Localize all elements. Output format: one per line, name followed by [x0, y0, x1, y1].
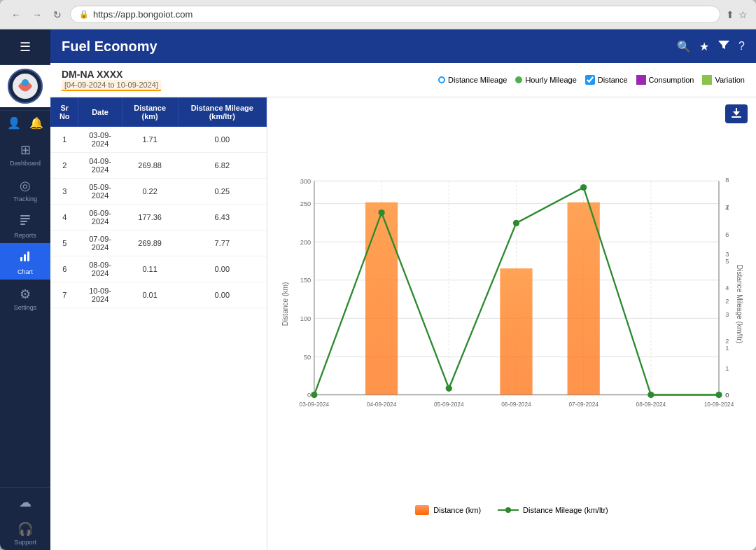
- svg-text:0: 0: [307, 392, 311, 399]
- search-button[interactable]: 🔍: [677, 40, 691, 53]
- logo-image: [8, 69, 43, 104]
- sidebar-item-upload[interactable]: ☁: [0, 488, 50, 514]
- cell-distance: 177.36: [122, 205, 178, 231]
- cell-mileage: 0.00: [178, 256, 266, 282]
- table-row: 1 03-09-2024 1.71 0.00: [51, 127, 267, 153]
- reload-button[interactable]: ↻: [50, 8, 64, 22]
- svg-text:6: 6: [725, 231, 729, 238]
- bar-04-09: [365, 202, 398, 395]
- legend-consumption: Consumption: [636, 75, 694, 85]
- app-container: ☰ 👤 🔔: [0, 29, 756, 550]
- chart-svg-wrapper: Distance (km) Distance Mileage (km/ltr) …: [279, 106, 745, 502]
- svg-text:07-09-2024: 07-09-2024: [568, 401, 598, 408]
- cell-mileage: 6.43: [178, 205, 266, 231]
- svg-text:1: 1: [725, 365, 729, 372]
- help-button[interactable]: ?: [738, 40, 745, 53]
- sidebar-item-support[interactable]: 🎧 Support: [0, 514, 50, 550]
- sidebar-item-tracking[interactable]: ◎ Tracking: [0, 171, 50, 207]
- legend-checkbox-distance[interactable]: [585, 75, 595, 85]
- cell-mileage: 0.00: [178, 127, 266, 153]
- sidebar-item-reports-label: Reports: [14, 232, 36, 239]
- svg-point-57: [505, 507, 511, 513]
- sidebar-item-settings[interactable]: ⚙ Settings: [0, 280, 50, 315]
- legend-box-variation: [702, 75, 712, 85]
- notifications-button[interactable]: 🔔: [29, 116, 43, 130]
- chart-legend-header: Distance Mileage Hourly Mileage Distance: [438, 75, 745, 85]
- svg-text:Distance (km): Distance (km): [281, 282, 289, 326]
- sidebar-user-section: 👤 🔔: [0, 110, 50, 135]
- browser-window: ← → ↻ 🔒 https://app.bongoiot.com ⬆ ☆ ☰: [0, 0, 756, 550]
- browser-chrome: ← → ↻ 🔒 https://app.bongoiot.com ⬆ ☆: [0, 0, 756, 29]
- forward-button[interactable]: →: [29, 8, 45, 22]
- top-bar-actions: 🔍 ★ ?: [677, 39, 745, 54]
- col-header-date: Date: [78, 98, 122, 127]
- cell-sr: 3: [51, 179, 78, 205]
- main-content: Fuel Economy 🔍 ★ ? DM-NA: [50, 29, 756, 550]
- cell-date: 10-09-2024: [78, 282, 122, 308]
- support-icon: 🎧: [18, 521, 33, 537]
- filter-button[interactable]: [718, 39, 730, 54]
- svg-text:05-09-2024: 05-09-2024: [434, 401, 464, 408]
- legend-label-variation: Variation: [715, 76, 745, 84]
- cell-sr: 5: [51, 231, 78, 256]
- fuel-economy-table: Sr No Date Distance (km) Distance Mileag…: [50, 97, 267, 308]
- user-profile-button[interactable]: 👤: [7, 116, 21, 130]
- svg-text:10-09-2024: 10-09-2024: [704, 401, 734, 408]
- content-area: DM-NA XXXX [04-09-2024 to 10-09-2024] Di…: [50, 63, 756, 550]
- table-row: 2 04-09-2024 269.88 6.82: [51, 153, 267, 179]
- line-dot-06: [513, 220, 519, 226]
- sidebar-item-reports[interactable]: Reports: [0, 207, 50, 243]
- col-header-sr: Sr No: [51, 98, 78, 127]
- svg-text:04-09-2024: 04-09-2024: [367, 401, 397, 408]
- cell-date: 06-09-2024: [78, 205, 122, 231]
- legend-label-hourly-mileage: Hourly Mileage: [525, 76, 576, 84]
- line-dot-07: [580, 184, 587, 191]
- svg-text:2: 2: [725, 298, 729, 305]
- cell-sr: 7: [51, 282, 78, 308]
- svg-text:1: 1: [725, 345, 729, 352]
- sidebar-bottom: ☁ 🎧 Support: [0, 487, 50, 550]
- vehicle-header: DM-NA XXXX [04-09-2024 to 10-09-2024] Di…: [50, 63, 756, 97]
- cell-sr: 1: [51, 127, 78, 153]
- svg-text:Distance Mileage (km/ltr): Distance Mileage (km/ltr): [736, 265, 743, 343]
- sidebar-item-settings-label: Settings: [14, 304, 37, 311]
- cell-distance: 269.88: [122, 153, 178, 179]
- legend-distance-mileage: Distance Mileage: [438, 76, 507, 84]
- tracking-icon: ◎: [20, 178, 31, 193]
- legend-label-consumption: Consumption: [649, 76, 694, 84]
- sidebar: ☰ 👤 🔔: [0, 29, 50, 550]
- cell-date: 05-09-2024: [78, 179, 122, 205]
- user-icons: 👤 🔔: [7, 116, 43, 130]
- back-button[interactable]: ←: [8, 8, 24, 22]
- svg-text:2: 2: [725, 338, 729, 345]
- chart-icon: [19, 250, 31, 266]
- svg-text:4: 4: [725, 284, 729, 291]
- legend-distance[interactable]: Distance: [585, 75, 628, 85]
- bookmark-star-button[interactable]: ★: [699, 40, 709, 53]
- cell-distance: 269.89: [122, 231, 178, 256]
- svg-rect-3: [20, 215, 30, 216]
- svg-text:0: 0: [725, 392, 729, 399]
- svg-rect-10: [732, 116, 741, 118]
- sidebar-item-chart[interactable]: Chart: [0, 243, 50, 280]
- bookmark-button[interactable]: ☆: [738, 9, 748, 20]
- sidebar-item-tracking-label: Tracking: [13, 195, 37, 202]
- browser-actions: ⬆ ☆: [726, 9, 748, 20]
- share-button[interactable]: ⬆: [726, 9, 734, 20]
- legend-bar-icon: [415, 505, 429, 515]
- svg-text:3: 3: [725, 312, 729, 319]
- cell-mileage: 6.82: [178, 153, 266, 179]
- sidebar-item-dashboard[interactable]: ⊞ Dashboard: [0, 135, 50, 171]
- lock-icon: 🔒: [79, 10, 89, 19]
- dashboard-icon: ⊞: [20, 142, 31, 158]
- line-dot-04: [378, 209, 384, 216]
- cell-distance: 1.71: [122, 127, 178, 153]
- upload-icon: ☁: [19, 495, 31, 510]
- legend-dot-distance-mileage: [438, 76, 445, 83]
- address-bar[interactable]: 🔒 https://app.bongoiot.com: [70, 6, 720, 23]
- svg-rect-5: [20, 221, 27, 222]
- cell-date: 07-09-2024: [78, 231, 122, 256]
- svg-text:5: 5: [725, 258, 729, 265]
- chart-download-button[interactable]: [725, 104, 748, 123]
- hamburger-button[interactable]: ☰: [17, 36, 34, 57]
